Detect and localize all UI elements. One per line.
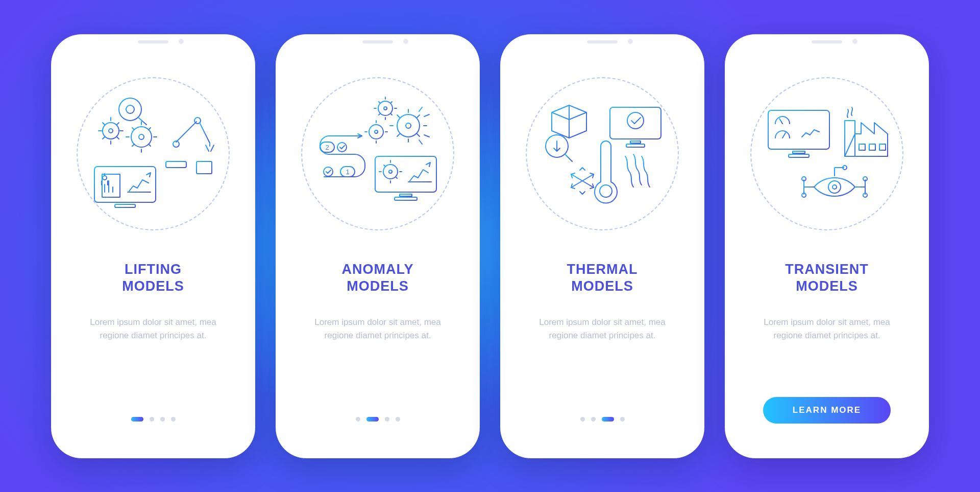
- dot-4[interactable]: [396, 417, 400, 421]
- svg-rect-66: [879, 144, 886, 150]
- svg-rect-55: [793, 151, 805, 153]
- svg-point-24: [375, 130, 378, 133]
- illustration-circle: 2 1: [301, 77, 454, 230]
- svg-rect-17: [115, 204, 135, 207]
- onboarding-screen[interactable]: LIFTING MODELS Lorem ipsum dolor sit ame…: [58, 41, 248, 451]
- phone-frame: THERMAL MODELS Lorem ipsum dolor sit ame…: [500, 34, 704, 458]
- svg-point-4: [109, 129, 113, 133]
- svg-point-30: [324, 167, 333, 176]
- svg-line-2: [138, 118, 146, 125]
- dot-2[interactable]: [150, 417, 154, 421]
- screen-description: Lorem ipsum dolor sit amet, mea regione …: [528, 316, 676, 343]
- lifting-icon: [89, 95, 217, 213]
- dot-2[interactable]: [591, 417, 596, 421]
- thermal-icon: [538, 95, 666, 213]
- svg-point-21: [397, 114, 420, 137]
- svg-rect-33: [400, 194, 412, 196]
- dot-3[interactable]: [160, 417, 165, 421]
- svg-point-6: [139, 134, 144, 139]
- onboarding-screen[interactable]: 2 1 ANOMALY MODELS: [283, 41, 473, 451]
- svg-point-43: [627, 112, 644, 129]
- dot-4[interactable]: [620, 417, 625, 421]
- illustration-circle: [526, 77, 679, 230]
- dot-3[interactable]: [602, 417, 614, 421]
- phone-frame: 2 1 ANOMALY MODELS: [276, 34, 480, 458]
- screen-title: THERMAL MODELS: [567, 261, 638, 296]
- screen-description: Lorem ipsum dolor sit amet, mea regione …: [304, 316, 452, 343]
- svg-point-27: [337, 143, 347, 152]
- onboarding-screen[interactable]: TRANSIENT MODELS Lorem ipsum dolor sit a…: [732, 41, 922, 451]
- page-indicator: [131, 417, 176, 436]
- svg-rect-41: [630, 141, 641, 143]
- svg-rect-64: [859, 144, 865, 150]
- dot-1[interactable]: [580, 417, 585, 421]
- svg-rect-34: [395, 197, 417, 200]
- page-indicator: [580, 417, 625, 436]
- phone-notch: [783, 34, 870, 48]
- phone-notch: [559, 34, 646, 48]
- transient-icon: [763, 95, 891, 213]
- screen-title: LIFTING MODELS: [122, 261, 184, 296]
- svg-line-12: [200, 123, 210, 143]
- svg-point-67: [828, 181, 841, 193]
- svg-point-18: [103, 176, 107, 180]
- phone-notch: [334, 34, 421, 48]
- svg-point-44: [600, 185, 612, 197]
- phone-notch: [110, 34, 197, 48]
- svg-point-3: [103, 123, 119, 139]
- svg-point-22: [406, 123, 411, 128]
- onboarding-stage: LIFTING MODELS Lorem ipsum dolor sit ame…: [51, 34, 929, 458]
- screen-title: ANOMALY MODELS: [341, 261, 413, 296]
- svg-text:2: 2: [325, 144, 329, 151]
- svg-point-68: [832, 185, 837, 189]
- illustration-circle: [77, 77, 230, 230]
- phone-frame: LIFTING MODELS Lorem ipsum dolor sit ame…: [51, 34, 255, 458]
- dot-1[interactable]: [356, 417, 360, 421]
- dot-3[interactable]: [385, 417, 389, 421]
- onboarding-screen[interactable]: THERMAL MODELS Lorem ipsum dolor sit ame…: [507, 41, 697, 451]
- dot-2[interactable]: [366, 417, 379, 421]
- svg-text:1: 1: [346, 168, 349, 176]
- svg-point-36: [389, 170, 392, 173]
- svg-rect-56: [789, 154, 809, 157]
- svg-point-23: [369, 125, 383, 139]
- svg-line-57: [779, 119, 782, 124]
- learn-more-button[interactable]: LEARN MORE: [763, 397, 891, 424]
- page-indicator: [356, 417, 400, 436]
- dot-1[interactable]: [131, 417, 143, 421]
- svg-rect-7: [166, 161, 186, 168]
- screen-description: Lorem ipsum dolor sit amet, mea regione …: [79, 316, 227, 343]
- phone-frame: TRANSIENT MODELS Lorem ipsum dolor sit a…: [725, 34, 929, 458]
- svg-point-1: [126, 105, 134, 113]
- screen-title: TRANSIENT MODELS: [785, 261, 869, 296]
- dot-4[interactable]: [171, 417, 176, 421]
- svg-point-20: [384, 107, 387, 110]
- svg-rect-13: [197, 161, 212, 174]
- anomaly-icon: 2 1: [314, 95, 442, 213]
- svg-rect-65: [869, 144, 875, 150]
- screen-description: Lorem ipsum dolor sit amet, mea regione …: [753, 316, 901, 343]
- svg-line-10: [176, 122, 197, 142]
- svg-rect-42: [626, 144, 645, 147]
- svg-line-38: [565, 154, 572, 161]
- illustration-circle: [750, 77, 903, 230]
- svg-line-58: [782, 133, 786, 138]
